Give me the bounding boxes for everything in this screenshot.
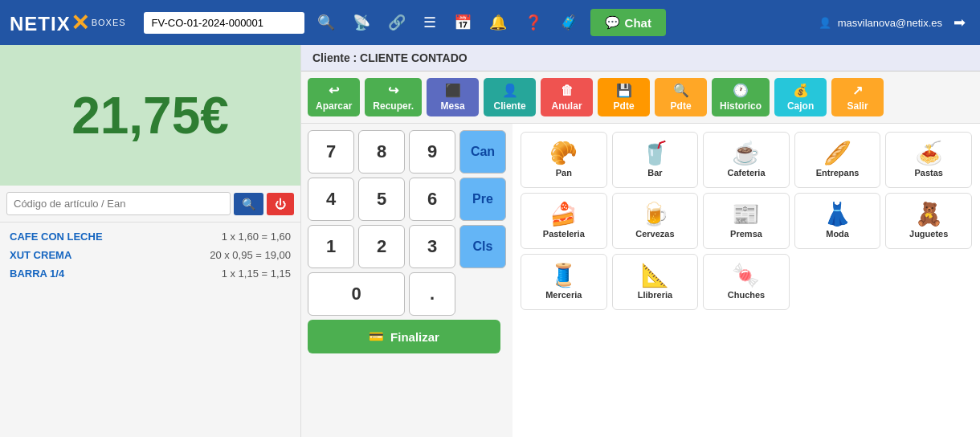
- search-article-bar: 🔍 ⏻: [0, 186, 300, 223]
- item-name: CAFE CON LECHE: [10, 231, 103, 243]
- mesa-label: Mesa: [441, 100, 465, 112]
- key-pre[interactable]: Pre: [459, 178, 506, 221]
- help-icon[interactable]: ❓: [520, 10, 547, 35]
- recuperar-icon: ↪: [388, 83, 398, 98]
- cliente-button[interactable]: 👤 Cliente: [484, 78, 536, 116]
- finalizar-label: Finalizar: [390, 330, 439, 344]
- calendar-icon[interactable]: 📅: [449, 10, 476, 35]
- chuches-icon: 🍬: [732, 264, 760, 287]
- historico-label: Historico: [720, 100, 762, 112]
- bell-icon[interactable]: 🔔: [484, 10, 512, 35]
- cafeteria-label: Cafeteria: [727, 168, 765, 178]
- user-icon: 👤: [819, 17, 831, 29]
- category-pastas[interactable]: 🍝 Pastas: [885, 132, 972, 188]
- power-button[interactable]: ⏻: [267, 193, 294, 215]
- menu-icon[interactable]: ☰: [419, 10, 441, 35]
- client-bar: Cliente : CLIENTE CONTADO: [301, 45, 980, 71]
- key-dot[interactable]: .: [409, 272, 455, 316]
- search-icon[interactable]: 🔍: [312, 10, 340, 35]
- cajon-icon: 💰: [793, 83, 809, 98]
- rss-icon[interactable]: 📡: [348, 10, 375, 35]
- juguetes-icon: 🧸: [915, 203, 943, 226]
- category-pan[interactable]: 🥐 Pan: [521, 132, 607, 188]
- pasteleria-icon: 🍰: [549, 203, 578, 226]
- entrepans-label: Entrepans: [816, 168, 860, 178]
- header: NETIX✕ BOXES 🔍 📡 🔗 ☰ 📅 🔔 ❓ 🧳 💬 Chat 👤 ma…: [0, 0, 980, 45]
- table-row: XUT CREMA 20 x 0,95 = 19,00: [0, 246, 300, 264]
- key-4[interactable]: 4: [308, 178, 354, 221]
- pdte2-label: Pdte: [671, 100, 692, 112]
- key-2[interactable]: 2: [358, 225, 405, 268]
- amount-value: 21,75€: [71, 86, 229, 145]
- item-name: XUT CREMA: [10, 249, 71, 261]
- key-7[interactable]: 7: [308, 130, 354, 174]
- historico-button[interactable]: 🕐 Historico: [712, 78, 770, 116]
- item-calc: 1 x 1,15 = 1,15: [222, 268, 291, 280]
- llibreria-icon: 📐: [641, 264, 669, 287]
- pan-label: Pan: [556, 168, 572, 178]
- key-0[interactable]: 0: [308, 272, 405, 316]
- pastas-icon: 🍝: [915, 142, 943, 165]
- anular-label: Anular: [552, 100, 582, 112]
- aparcar-icon: ↩: [329, 83, 339, 98]
- key-8[interactable]: 8: [358, 130, 405, 174]
- category-merceria[interactable]: 🧵 Merceria: [521, 254, 607, 310]
- key-cls[interactable]: Cls: [459, 225, 506, 268]
- main-content: 21,75€ 🔍 ⏻ CAFE CON LECHE 1 x 1,60 = 1,6…: [0, 45, 980, 437]
- key-1[interactable]: 1: [308, 225, 354, 268]
- cervezas-icon: 🍺: [641, 203, 669, 226]
- category-pasteleria[interactable]: 🍰 Pasteleria: [521, 193, 607, 249]
- finalizar-icon: 💳: [369, 329, 384, 344]
- category-cafeteria[interactable]: ☕ Cafeteria: [703, 132, 790, 188]
- category-llibreria[interactable]: 📐 Llibreria: [612, 254, 699, 310]
- table-row: CAFE CON LECHE 1 x 1,60 = 1,60: [0, 227, 300, 246]
- key-5[interactable]: 5: [358, 178, 405, 221]
- cajon-button[interactable]: 💰 Cajon: [774, 78, 827, 116]
- item-calc: 1 x 1,60 = 1,60: [222, 231, 291, 243]
- logout-icon[interactable]: ➡: [949, 10, 970, 35]
- category-juguetes[interactable]: 🧸 Juguetes: [885, 193, 972, 249]
- salir-icon: ↗: [852, 83, 863, 98]
- key-9[interactable]: 9: [409, 130, 455, 174]
- chat-label: Chat: [625, 16, 651, 30]
- pdte2-button[interactable]: 🔍 Pdte: [655, 78, 707, 116]
- key-3[interactable]: 3: [409, 225, 455, 268]
- mesa-button[interactable]: ⬛ Mesa: [427, 78, 479, 116]
- briefcase-icon[interactable]: 🧳: [555, 10, 582, 35]
- link-icon[interactable]: 🔗: [383, 10, 410, 35]
- pastas-label: Pastas: [914, 168, 942, 178]
- category-bar[interactable]: 🥤 Bar: [612, 132, 699, 188]
- pdte1-button[interactable]: 💾 Pdte: [598, 78, 650, 116]
- pan-icon: 🥐: [549, 142, 578, 165]
- bar-icon: 🥤: [641, 142, 669, 165]
- finalizar-button[interactable]: 💳 Finalizar: [308, 320, 500, 353]
- article-search-input[interactable]: [6, 192, 231, 215]
- logo-boxes: BOXES: [92, 18, 126, 27]
- recuperar-label: Recuper.: [373, 100, 414, 112]
- key-can[interactable]: Can: [459, 130, 506, 174]
- category-chuches[interactable]: 🍬 Chuches: [703, 254, 790, 310]
- cliente-label: Cliente: [494, 100, 526, 112]
- category-moda[interactable]: 👗 Moda: [794, 193, 881, 249]
- keypad: 7 8 9 Can 4 5 6 Pre 1 2 3 Cls 0 .: [301, 124, 512, 437]
- chat-button[interactable]: 💬 Chat: [590, 9, 666, 36]
- search-input[interactable]: [144, 12, 304, 34]
- category-cervezas[interactable]: 🍺 Cervezas: [612, 193, 699, 249]
- article-search-button[interactable]: 🔍: [234, 193, 263, 215]
- item-calc: 20 x 0,95 = 19,00: [210, 249, 291, 261]
- category-premsa[interactable]: 📰 Premsa: [703, 193, 790, 249]
- juguetes-label: Juguetes: [909, 229, 948, 239]
- key-6[interactable]: 6: [409, 178, 455, 221]
- premsa-icon: 📰: [732, 203, 760, 226]
- cafeteria-icon: ☕: [732, 142, 760, 165]
- aparcar-button[interactable]: ↩ Aparcar: [308, 78, 360, 116]
- category-entrepans[interactable]: 🥖 Entrepans: [794, 132, 881, 188]
- salir-button[interactable]: ↗ Salir: [831, 78, 884, 116]
- merceria-icon: 🧵: [549, 264, 578, 287]
- anular-button[interactable]: 🗑 Anular: [541, 78, 593, 116]
- premsa-label: Premsa: [730, 229, 762, 239]
- table-row: BARRA 1/4 1 x 1,15 = 1,15: [0, 264, 300, 283]
- recuperar-button[interactable]: ↪ Recuper.: [365, 78, 422, 116]
- user-section: 👤 masvilanova@netix.es ➡: [819, 10, 970, 35]
- pasteleria-label: Pasteleria: [543, 229, 585, 239]
